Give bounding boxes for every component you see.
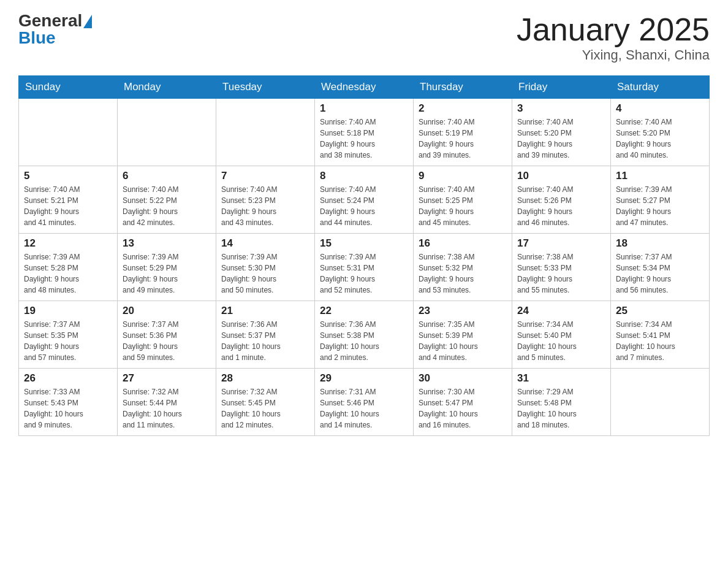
- calendar-header-monday: Monday: [118, 76, 216, 99]
- calendar-cell: 7Sunrise: 7:40 AM Sunset: 5:23 PM Daylig…: [216, 166, 315, 234]
- day-number: 5: [24, 170, 112, 182]
- calendar-cell: 10Sunrise: 7:40 AM Sunset: 5:26 PM Dayli…: [512, 166, 611, 234]
- calendar-cell: 28Sunrise: 7:32 AM Sunset: 5:45 PM Dayli…: [216, 369, 315, 436]
- day-number: 3: [517, 102, 605, 115]
- day-info: Sunrise: 7:34 AM Sunset: 5:41 PM Dayligh…: [616, 319, 704, 363]
- calendar-cell: 5Sunrise: 7:40 AM Sunset: 5:21 PM Daylig…: [19, 166, 118, 234]
- day-info: Sunrise: 7:40 AM Sunset: 5:18 PM Dayligh…: [320, 117, 408, 161]
- calendar-cell: 17Sunrise: 7:38 AM Sunset: 5:33 PM Dayli…: [512, 234, 611, 301]
- day-number: 7: [221, 170, 309, 182]
- calendar-cell: 25Sunrise: 7:34 AM Sunset: 5:41 PM Dayli…: [611, 301, 710, 369]
- month-title: January 2025: [517, 12, 710, 47]
- day-info: Sunrise: 7:40 AM Sunset: 5:22 PM Dayligh…: [123, 184, 211, 228]
- day-info: Sunrise: 7:34 AM Sunset: 5:40 PM Dayligh…: [517, 319, 605, 363]
- day-number: 23: [419, 305, 507, 317]
- calendar-cell: 8Sunrise: 7:40 AM Sunset: 5:24 PM Daylig…: [315, 166, 414, 234]
- day-number: 8: [320, 170, 408, 182]
- calendar-table: SundayMondayTuesdayWednesdayThursdayFrid…: [18, 75, 710, 436]
- calendar-week-1: 1Sunrise: 7:40 AM Sunset: 5:18 PM Daylig…: [19, 99, 710, 166]
- calendar-cell: 9Sunrise: 7:40 AM Sunset: 5:25 PM Daylig…: [414, 166, 512, 234]
- calendar-cell: 29Sunrise: 7:31 AM Sunset: 5:46 PM Dayli…: [315, 369, 414, 436]
- day-info: Sunrise: 7:36 AM Sunset: 5:38 PM Dayligh…: [320, 319, 408, 363]
- calendar-cell: 1Sunrise: 7:40 AM Sunset: 5:18 PM Daylig…: [315, 99, 414, 166]
- calendar-cell: 2Sunrise: 7:40 AM Sunset: 5:19 PM Daylig…: [414, 99, 512, 166]
- calendar-cell: 20Sunrise: 7:37 AM Sunset: 5:36 PM Dayli…: [118, 301, 216, 369]
- calendar-cell: 4Sunrise: 7:40 AM Sunset: 5:20 PM Daylig…: [611, 99, 710, 166]
- day-info: Sunrise: 7:39 AM Sunset: 5:28 PM Dayligh…: [24, 251, 112, 296]
- day-number: 26: [24, 372, 112, 385]
- calendar-cell: 16Sunrise: 7:38 AM Sunset: 5:32 PM Dayli…: [414, 234, 512, 301]
- calendar-cell: [611, 369, 710, 436]
- day-info: Sunrise: 7:40 AM Sunset: 5:20 PM Dayligh…: [616, 117, 704, 161]
- day-info: Sunrise: 7:32 AM Sunset: 5:45 PM Dayligh…: [221, 386, 309, 431]
- day-info: Sunrise: 7:37 AM Sunset: 5:35 PM Dayligh…: [24, 319, 112, 363]
- logo-blue-text: Blue: [18, 28, 56, 47]
- day-number: 15: [320, 237, 408, 250]
- day-number: 30: [419, 372, 507, 385]
- day-info: Sunrise: 7:39 AM Sunset: 5:30 PM Dayligh…: [221, 251, 309, 296]
- calendar-header-saturday: Saturday: [611, 76, 710, 99]
- calendar-cell: 3Sunrise: 7:40 AM Sunset: 5:20 PM Daylig…: [512, 99, 611, 166]
- calendar-cell: 31Sunrise: 7:29 AM Sunset: 5:48 PM Dayli…: [512, 369, 611, 436]
- day-info: Sunrise: 7:38 AM Sunset: 5:32 PM Dayligh…: [419, 251, 507, 296]
- calendar-week-2: 5Sunrise: 7:40 AM Sunset: 5:21 PM Daylig…: [19, 166, 710, 234]
- calendar-cell: 14Sunrise: 7:39 AM Sunset: 5:30 PM Dayli…: [216, 234, 315, 301]
- calendar-cell: 6Sunrise: 7:40 AM Sunset: 5:22 PM Daylig…: [118, 166, 216, 234]
- calendar-cell: 12Sunrise: 7:39 AM Sunset: 5:28 PM Dayli…: [19, 234, 118, 301]
- logo: General Blue: [18, 12, 92, 47]
- day-number: 16: [419, 237, 507, 250]
- day-info: Sunrise: 7:35 AM Sunset: 5:39 PM Dayligh…: [419, 319, 507, 363]
- day-number: 24: [517, 305, 605, 317]
- day-number: 10: [517, 170, 605, 182]
- day-info: Sunrise: 7:33 AM Sunset: 5:43 PM Dayligh…: [24, 386, 112, 431]
- calendar-cell: 30Sunrise: 7:30 AM Sunset: 5:47 PM Dayli…: [414, 369, 512, 436]
- day-number: 9: [419, 170, 507, 182]
- day-info: Sunrise: 7:39 AM Sunset: 5:31 PM Dayligh…: [320, 251, 408, 296]
- day-number: 28: [221, 372, 309, 385]
- calendar-header-tuesday: Tuesday: [216, 76, 315, 99]
- day-info: Sunrise: 7:36 AM Sunset: 5:37 PM Dayligh…: [221, 319, 309, 363]
- calendar-cell: [118, 99, 216, 166]
- calendar-header-thursday: Thursday: [414, 76, 512, 99]
- day-number: 13: [123, 237, 211, 250]
- day-info: Sunrise: 7:40 AM Sunset: 5:19 PM Dayligh…: [419, 117, 507, 161]
- day-number: 14: [221, 237, 309, 250]
- calendar-cell: 24Sunrise: 7:34 AM Sunset: 5:40 PM Dayli…: [512, 301, 611, 369]
- day-info: Sunrise: 7:40 AM Sunset: 5:20 PM Dayligh…: [517, 117, 605, 161]
- day-number: 18: [616, 237, 704, 250]
- day-number: 27: [123, 372, 211, 385]
- calendar-week-3: 12Sunrise: 7:39 AM Sunset: 5:28 PM Dayli…: [19, 234, 710, 301]
- day-number: 19: [24, 305, 112, 317]
- logo-general-text: General: [18, 12, 82, 29]
- day-number: 20: [123, 305, 211, 317]
- day-info: Sunrise: 7:29 AM Sunset: 5:48 PM Dayligh…: [517, 386, 605, 431]
- calendar-cell: 26Sunrise: 7:33 AM Sunset: 5:43 PM Dayli…: [19, 369, 118, 436]
- calendar-cell: 21Sunrise: 7:36 AM Sunset: 5:37 PM Dayli…: [216, 301, 315, 369]
- calendar-cell: 19Sunrise: 7:37 AM Sunset: 5:35 PM Dayli…: [19, 301, 118, 369]
- day-number: 11: [616, 170, 704, 182]
- calendar-cell: 15Sunrise: 7:39 AM Sunset: 5:31 PM Dayli…: [315, 234, 414, 301]
- calendar-header-row: SundayMondayTuesdayWednesdayThursdayFrid…: [19, 76, 710, 99]
- day-info: Sunrise: 7:37 AM Sunset: 5:34 PM Dayligh…: [616, 251, 704, 296]
- day-number: 12: [24, 237, 112, 250]
- day-number: 22: [320, 305, 408, 317]
- day-info: Sunrise: 7:39 AM Sunset: 5:29 PM Dayligh…: [123, 251, 211, 296]
- calendar-cell: 27Sunrise: 7:32 AM Sunset: 5:44 PM Dayli…: [118, 369, 216, 436]
- calendar-cell: [19, 99, 118, 166]
- day-number: 25: [616, 305, 704, 317]
- day-number: 29: [320, 372, 408, 385]
- calendar-week-5: 26Sunrise: 7:33 AM Sunset: 5:43 PM Dayli…: [19, 369, 710, 436]
- location-title: Yixing, Shanxi, China: [517, 47, 710, 63]
- page-header: General Blue January 2025 Yixing, Shanxi…: [18, 12, 710, 63]
- calendar-cell: 11Sunrise: 7:39 AM Sunset: 5:27 PM Dayli…: [611, 166, 710, 234]
- day-info: Sunrise: 7:39 AM Sunset: 5:27 PM Dayligh…: [616, 184, 704, 228]
- calendar-cell: 23Sunrise: 7:35 AM Sunset: 5:39 PM Dayli…: [414, 301, 512, 369]
- day-number: 4: [616, 102, 704, 115]
- calendar-header-friday: Friday: [512, 76, 611, 99]
- day-info: Sunrise: 7:30 AM Sunset: 5:47 PM Dayligh…: [419, 386, 507, 431]
- day-number: 31: [517, 372, 605, 385]
- day-info: Sunrise: 7:40 AM Sunset: 5:26 PM Dayligh…: [517, 184, 605, 228]
- day-info: Sunrise: 7:40 AM Sunset: 5:23 PM Dayligh…: [221, 184, 309, 228]
- calendar-header-sunday: Sunday: [19, 76, 118, 99]
- calendar-header-wednesday: Wednesday: [315, 76, 414, 99]
